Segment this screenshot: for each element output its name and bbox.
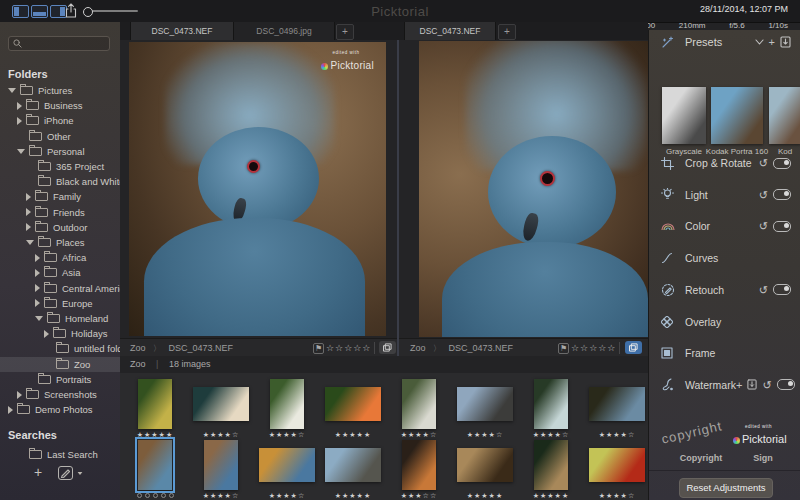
section-light[interactable]: Light↺ <box>649 185 800 205</box>
thumbnail-crowned-crane[interactable] <box>138 379 172 429</box>
folder-item-pictures[interactable]: Pictures <box>0 83 128 98</box>
section-frame[interactable]: Frame <box>649 343 800 363</box>
flag-icon[interactable]: ⚑ <box>313 343 324 354</box>
folder-item-screenshots[interactable]: Screenshots <box>0 387 137 402</box>
preset-thumb-kodak-portra-160[interactable] <box>711 87 763 144</box>
flag-icon[interactable]: ⚑ <box>558 343 569 354</box>
add-preset-button[interactable]: + <box>769 36 775 48</box>
thumbnail-rating[interactable]: ★★★★☆ <box>188 492 254 500</box>
rating-stars-left[interactable]: ☆☆☆☆☆ <box>326 343 371 353</box>
disclosure-down-icon[interactable] <box>17 149 25 154</box>
section-toggle[interactable] <box>773 158 791 169</box>
photo-right-crowned-pigeon[interactable] <box>419 41 648 337</box>
watermark-preview-sign[interactable]: edited with Picktorial <box>733 424 787 447</box>
thumbnail-waterfall[interactable] <box>534 379 568 429</box>
photo-left-crowned-pigeon[interactable]: edited with Picktorial <box>129 42 386 336</box>
section-toggle[interactable] <box>773 189 791 200</box>
disclosure-right-icon[interactable] <box>44 330 49 338</box>
thumbnail-rating[interactable]: ★★★★☆ <box>518 431 584 439</box>
reset-section-icon[interactable]: ↺ <box>759 221 768 231</box>
folder-item-personal[interactable]: Personal <box>0 144 137 159</box>
thumbnail-leopard[interactable] <box>457 448 513 482</box>
breadcrumb-collection[interactable]: Zoo <box>130 343 146 353</box>
thumbnail-rating[interactable] <box>122 492 188 499</box>
tab-left-2[interactable]: DSC_0496.jpg <box>233 22 335 40</box>
folder-item-business[interactable]: Business <box>0 98 137 113</box>
reset-section-icon[interactable]: ↺ <box>759 285 768 295</box>
section-retouch[interactable]: Retouch↺ <box>649 280 800 300</box>
edit-smart-folder-button[interactable] <box>58 466 73 480</box>
thumbnail-rating[interactable]: ★★★★☆ <box>584 431 650 439</box>
thumbnail-rating[interactable]: ★★★★★ <box>320 492 386 500</box>
disclosure-down-icon[interactable] <box>8 88 16 93</box>
thumbnail-rating[interactable]: ★★★★☆ <box>584 492 650 500</box>
copyright-label[interactable]: Copyright <box>671 453 731 463</box>
thumbnail-flamingo[interactable] <box>325 387 381 421</box>
thumbnail-rating[interactable]: ★★★★★ <box>320 431 386 439</box>
thumbnail-lemur[interactable] <box>402 379 436 429</box>
chevron-down-icon[interactable] <box>755 39 764 45</box>
thumbnail-crowned-pigeon-2[interactable] <box>204 440 238 490</box>
folder-item-demo-photos[interactable]: Demo Photos <box>0 402 128 417</box>
thumbnail-red-berries[interactable] <box>589 448 645 482</box>
breadcrumb-collection[interactable]: Zoo <box>410 343 426 353</box>
thumbnail-rating[interactable]: ★★★★☆ <box>452 431 518 439</box>
add-folder-button[interactable]: + <box>34 464 42 480</box>
disclosure-right-icon[interactable] <box>17 102 22 110</box>
add-tab-right-button[interactable]: + <box>498 24 516 40</box>
disclosure-right-icon[interactable] <box>35 254 40 262</box>
preset-thumb-kod[interactable] <box>769 87 800 144</box>
disclosure-down-icon[interactable] <box>26 240 34 245</box>
preset-thumb-grayscale[interactable] <box>662 87 706 144</box>
thumbnail-rating[interactable]: ★★★☆☆ <box>386 492 452 500</box>
thumbnail-stork[interactable] <box>270 379 304 429</box>
duplicate-version-button-active[interactable] <box>625 341 642 354</box>
watermark-add-button[interactable]: + <box>736 379 742 391</box>
folder-item-iphone[interactable]: iPhone <box>0 113 137 128</box>
section-toggle[interactable] <box>777 379 795 390</box>
folder-item-other[interactable]: Other <box>0 129 137 144</box>
thumbnail-rating[interactable]: ★★★★☆ <box>188 431 254 439</box>
reset-section-icon[interactable]: ↺ <box>759 190 768 200</box>
thumbnail-pigeon-on-branch[interactable] <box>589 387 645 421</box>
section-toggle[interactable] <box>773 284 791 295</box>
disclosure-right-icon[interactable] <box>17 391 22 399</box>
disclosure-right-icon[interactable] <box>8 406 13 414</box>
thumbnail-monkey-statue[interactable] <box>325 448 381 482</box>
disclosure-right-icon[interactable] <box>35 284 40 292</box>
thumbnail-mandrill[interactable] <box>402 440 436 490</box>
reset-adjustments-button[interactable]: Reset Adjustments <box>679 478 773 498</box>
tab-right-1[interactable]: DSC_0473.NEF <box>404 22 496 40</box>
thumbnail-rating[interactable]: ★★★★★ <box>452 492 518 500</box>
thumbnail-bear-cub[interactable] <box>534 440 568 490</box>
duplicate-version-button[interactable] <box>379 341 396 354</box>
thumbnail-rating[interactable]: ★★★★☆ <box>386 431 452 439</box>
thumbnail-rating[interactable]: ★★★★☆ <box>254 431 320 439</box>
sign-label[interactable]: Sign <box>741 453 785 463</box>
tab-left-1[interactable]: DSC_0473.NEF <box>130 22 234 40</box>
thumbnail-rating[interactable]: ★★★★★ <box>122 431 188 439</box>
section-curves[interactable]: Curves <box>649 248 800 268</box>
reset-section-icon[interactable]: ↺ <box>759 158 768 168</box>
watermark-import-icon[interactable] <box>747 379 757 390</box>
disclosure-right-icon[interactable] <box>26 223 31 231</box>
thumbnail-lemur-sky[interactable] <box>457 387 513 421</box>
disclosure-down-icon[interactable] <box>35 316 43 321</box>
section-color[interactable]: Color↺ <box>649 216 800 236</box>
search-item-last-search[interactable]: Last Search <box>0 447 137 462</box>
thumbnail-pigeon-closeup[interactable] <box>259 448 315 482</box>
watermark-preview-copyright[interactable]: copyright <box>660 418 724 447</box>
disclosure-right-icon[interactable] <box>17 117 22 125</box>
reset-section-icon[interactable]: ↺ <box>762 380 771 390</box>
thumbnail-crowned-pigeon[interactable] <box>138 440 172 490</box>
disclosure-right-icon[interactable] <box>35 299 40 307</box>
thumbnail-rating[interactable]: ★★★★★ <box>518 492 584 500</box>
section-watermark[interactable]: Watermark+↺ <box>649 375 800 395</box>
search-input[interactable] <box>8 36 110 51</box>
section-overlay[interactable]: Overlay <box>649 312 800 332</box>
thumbnail-rating[interactable]: ★★★★☆ <box>254 492 320 500</box>
add-tab-left-button[interactable]: + <box>336 24 354 40</box>
disclosure-right-icon[interactable] <box>26 193 31 201</box>
section-crop-rotate[interactable]: Crop & Rotate↺ <box>649 153 800 173</box>
rating-stars-right[interactable]: ☆☆☆☆☆ <box>571 343 616 353</box>
